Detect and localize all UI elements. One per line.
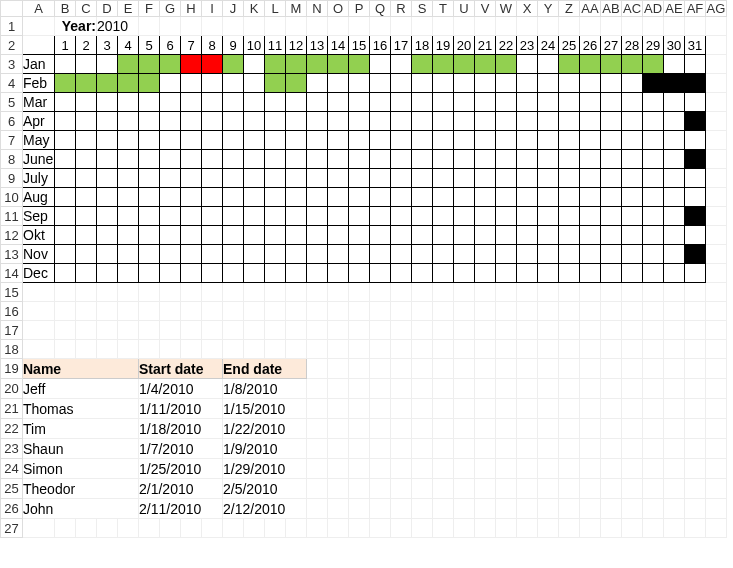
cell[interactable] (685, 499, 706, 519)
column-header[interactable]: Q (370, 1, 391, 17)
cell[interactable] (538, 17, 559, 36)
calendar-day[interactable] (685, 150, 706, 169)
cell[interactable] (265, 283, 286, 302)
calendar-day[interactable] (685, 112, 706, 131)
cell[interactable] (307, 283, 328, 302)
cell[interactable] (664, 479, 685, 499)
cell[interactable] (307, 340, 328, 359)
cell[interactable] (307, 379, 328, 399)
row-header[interactable]: 12 (1, 226, 23, 245)
cell[interactable] (370, 499, 391, 519)
calendar-day[interactable] (181, 188, 202, 207)
cell[interactable] (496, 17, 517, 36)
row-header[interactable]: 7 (1, 131, 23, 150)
calendar-day[interactable] (622, 74, 643, 93)
calendar-day[interactable] (433, 150, 454, 169)
cell[interactable] (475, 399, 496, 419)
calendar-day[interactable] (181, 112, 202, 131)
calendar-day[interactable] (328, 226, 349, 245)
cell[interactable] (475, 321, 496, 340)
cell[interactable] (538, 479, 559, 499)
calendar-day[interactable] (76, 188, 97, 207)
calendar-day[interactable] (118, 207, 139, 226)
cell[interactable] (454, 479, 475, 499)
month-name[interactable]: June (23, 150, 55, 169)
calendar-day[interactable] (664, 226, 685, 245)
cell[interactable] (370, 379, 391, 399)
calendar-day[interactable] (202, 55, 223, 74)
cell[interactable] (244, 17, 265, 36)
calendar-day[interactable] (139, 93, 160, 112)
cell[interactable] (706, 169, 727, 188)
calendar-day[interactable] (139, 55, 160, 74)
calendar-day[interactable] (223, 188, 244, 207)
calendar-day[interactable] (286, 55, 307, 74)
cell[interactable] (76, 302, 97, 321)
cell[interactable] (118, 321, 139, 340)
calendar-day[interactable] (118, 74, 139, 93)
calendar-day[interactable] (370, 245, 391, 264)
calendar-day[interactable] (223, 55, 244, 74)
calendar-day[interactable] (139, 188, 160, 207)
calendar-day[interactable] (496, 55, 517, 74)
cell[interactable] (496, 499, 517, 519)
calendar-day[interactable] (55, 264, 76, 283)
cell[interactable] (328, 359, 349, 379)
cell[interactable] (706, 459, 727, 479)
cell[interactable] (706, 359, 727, 379)
calendar-day[interactable] (349, 112, 370, 131)
column-header[interactable]: R (391, 1, 412, 17)
calendar-day[interactable] (181, 150, 202, 169)
calendar-day[interactable] (370, 131, 391, 150)
calendar-day[interactable] (118, 131, 139, 150)
calendar-day[interactable] (97, 112, 118, 131)
cell[interactable] (559, 379, 580, 399)
calendar-day[interactable] (622, 169, 643, 188)
calendar-day[interactable] (496, 245, 517, 264)
month-name[interactable]: Apr (23, 112, 55, 131)
calendar-day[interactable] (643, 93, 664, 112)
calendar-day[interactable] (160, 150, 181, 169)
cell[interactable] (643, 499, 664, 519)
cell[interactable] (475, 283, 496, 302)
year-label[interactable]: Year: (55, 17, 97, 36)
cell[interactable] (23, 340, 55, 359)
cell[interactable] (202, 17, 223, 36)
calendar-day[interactable] (349, 245, 370, 264)
calendar-day[interactable] (286, 93, 307, 112)
calendar-day[interactable] (286, 188, 307, 207)
cell[interactable] (370, 459, 391, 479)
cell[interactable] (160, 340, 181, 359)
cell[interactable] (517, 499, 538, 519)
calendar-day[interactable] (244, 245, 265, 264)
calendar-day[interactable] (475, 207, 496, 226)
row-header[interactable]: 13 (1, 245, 23, 264)
column-header[interactable]: AC (622, 1, 643, 17)
cell[interactable] (496, 519, 517, 538)
column-header[interactable]: L (265, 1, 286, 17)
row-header[interactable]: 22 (1, 419, 23, 439)
cell[interactable] (307, 302, 328, 321)
start-date-cell[interactable]: 1/4/2010 (139, 379, 223, 399)
cell[interactable] (328, 302, 349, 321)
cell[interactable] (496, 439, 517, 459)
calendar-day[interactable] (76, 131, 97, 150)
calendar-day[interactable] (55, 150, 76, 169)
calendar-day[interactable] (286, 150, 307, 169)
calendar-day[interactable] (244, 188, 265, 207)
calendar-day[interactable] (223, 207, 244, 226)
calendar-day[interactable] (454, 169, 475, 188)
cell[interactable] (706, 439, 727, 459)
cell[interactable] (412, 439, 433, 459)
calendar-day[interactable] (559, 74, 580, 93)
column-header[interactable]: K (244, 1, 265, 17)
cell[interactable] (685, 419, 706, 439)
calendar-day[interactable] (517, 245, 538, 264)
calendar-day[interactable] (664, 131, 685, 150)
cell[interactable] (580, 359, 601, 379)
calendar-day[interactable] (412, 264, 433, 283)
cell[interactable] (307, 359, 328, 379)
cell[interactable] (538, 283, 559, 302)
calendar-day[interactable] (202, 245, 223, 264)
cell[interactable] (328, 439, 349, 459)
